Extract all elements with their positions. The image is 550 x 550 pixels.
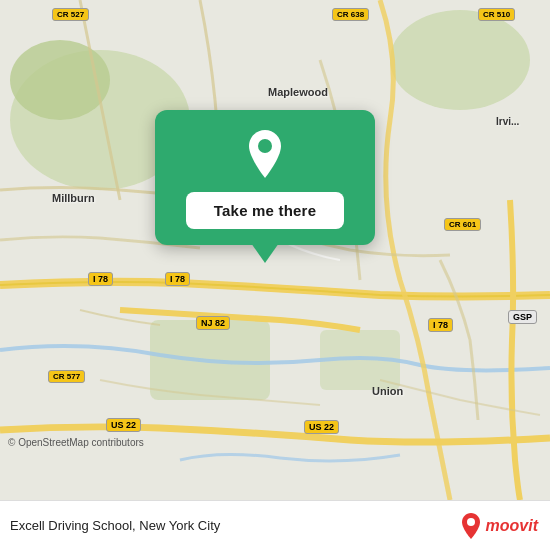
- badge-i78-left: I 78: [88, 272, 113, 286]
- popup-card: Take me there: [155, 110, 375, 245]
- badge-cr527: CR 527: [52, 8, 89, 21]
- svg-point-6: [258, 139, 272, 153]
- bottom-bar: Excell Driving School, New York City moo…: [0, 500, 550, 550]
- map-container: CR 527 CR 638 CR 510 I 78 I 78 I 78 NJ 8…: [0, 0, 550, 500]
- svg-point-4: [390, 10, 530, 110]
- location-label: Excell Driving School, New York City: [10, 518, 220, 533]
- badge-i78-mid: I 78: [165, 272, 190, 286]
- badge-nj82: NJ 82: [196, 316, 230, 330]
- badge-gsp: GSP: [508, 310, 537, 324]
- svg-point-7: [467, 518, 475, 526]
- location-pin-icon: [243, 128, 287, 180]
- badge-cr638: CR 638: [332, 8, 369, 21]
- badge-cr577: CR 577: [48, 370, 85, 383]
- badge-cr601: CR 601: [444, 218, 481, 231]
- badge-us22-left: US 22: [106, 418, 141, 432]
- moovit-logo: moovit: [460, 512, 538, 540]
- moovit-pin-icon: [460, 512, 482, 540]
- take-me-there-button[interactable]: Take me there: [186, 192, 344, 229]
- badge-us22-right: US 22: [304, 420, 339, 434]
- badge-i78-right: I 78: [428, 318, 453, 332]
- badge-cr510: CR 510: [478, 8, 515, 21]
- location-icon-wrapper: [239, 128, 291, 180]
- osm-attribution: © OpenStreetMap contributors: [8, 437, 144, 448]
- moovit-wordmark: moovit: [486, 517, 538, 535]
